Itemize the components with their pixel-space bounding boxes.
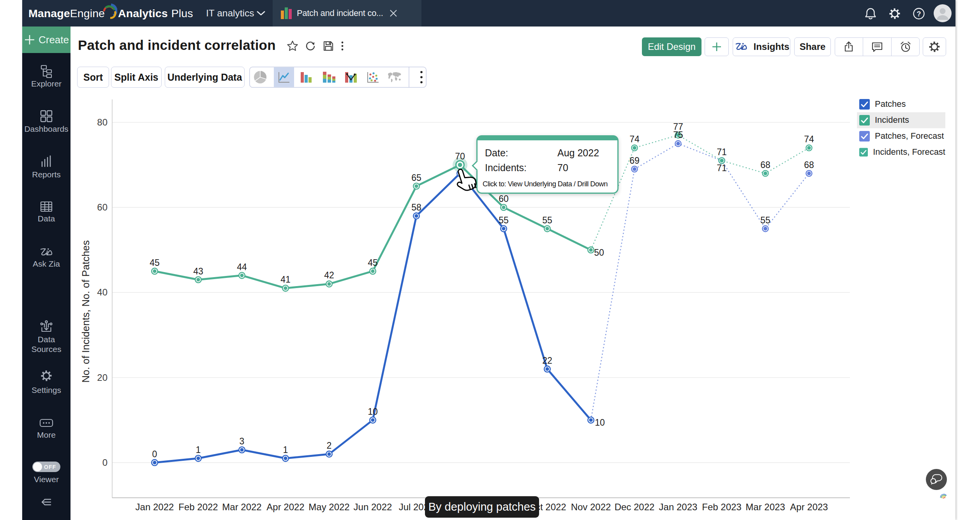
svg-text:68: 68 [804, 160, 814, 170]
svg-text:65: 65 [411, 173, 421, 183]
svg-text:42: 42 [324, 270, 334, 280]
svg-text:0: 0 [152, 449, 157, 459]
svg-text:Apr 2022: Apr 2022 [266, 502, 304, 512]
svg-text:58: 58 [411, 202, 421, 212]
svg-text:60: 60 [97, 202, 108, 212]
svg-text:20: 20 [97, 372, 108, 383]
svg-text:2: 2 [327, 440, 332, 451]
svg-text:55: 55 [542, 215, 552, 225]
svg-text:Nov 2022: Nov 2022 [571, 502, 611, 512]
svg-text:Apr 2023: Apr 2023 [790, 502, 828, 512]
svg-text:71: 71 [717, 147, 727, 157]
svg-text:74: 74 [804, 134, 814, 144]
svg-text:45: 45 [368, 258, 378, 268]
svg-text:1: 1 [283, 445, 288, 455]
svg-text:74: 74 [629, 134, 640, 144]
svg-text:55: 55 [760, 215, 770, 225]
svg-text:69: 69 [629, 156, 640, 166]
svg-text:10: 10 [595, 417, 605, 428]
svg-text:41: 41 [280, 274, 291, 285]
svg-text:44: 44 [237, 262, 247, 272]
svg-text:75: 75 [673, 130, 683, 140]
svg-text:Feb 2022: Feb 2022 [178, 502, 218, 512]
svg-text:22: 22 [542, 356, 552, 366]
svg-text:80: 80 [97, 117, 108, 127]
svg-text:No. of Incidents, No. of Patch: No. of Incidents, No. of Patches [80, 240, 92, 383]
svg-text:40: 40 [97, 287, 108, 297]
svg-text:Feb 2023: Feb 2023 [702, 502, 741, 512]
svg-text:Jun 2022: Jun 2022 [354, 502, 392, 512]
svg-text:70: 70 [455, 151, 465, 161]
svg-text:May 2022: May 2022 [308, 502, 349, 512]
svg-text:45: 45 [150, 258, 160, 268]
svg-text:50: 50 [594, 248, 604, 258]
svg-text:Dec 2022: Dec 2022 [615, 502, 655, 512]
svg-text:71: 71 [717, 163, 727, 173]
svg-text:0: 0 [102, 457, 108, 468]
svg-text:1: 1 [196, 445, 201, 455]
svg-text:Jan 2022: Jan 2022 [136, 502, 174, 512]
svg-text:68: 68 [760, 160, 770, 170]
svg-text:10: 10 [368, 407, 378, 417]
svg-text:Mar 2023: Mar 2023 [746, 502, 785, 512]
svg-text:Jan 2023: Jan 2023 [659, 502, 698, 512]
svg-text:55: 55 [499, 215, 509, 225]
svg-text:43: 43 [193, 266, 203, 276]
svg-text:Mar 2022: Mar 2022 [222, 502, 261, 512]
svg-text:3: 3 [240, 436, 245, 446]
svg-text:60: 60 [499, 194, 509, 204]
